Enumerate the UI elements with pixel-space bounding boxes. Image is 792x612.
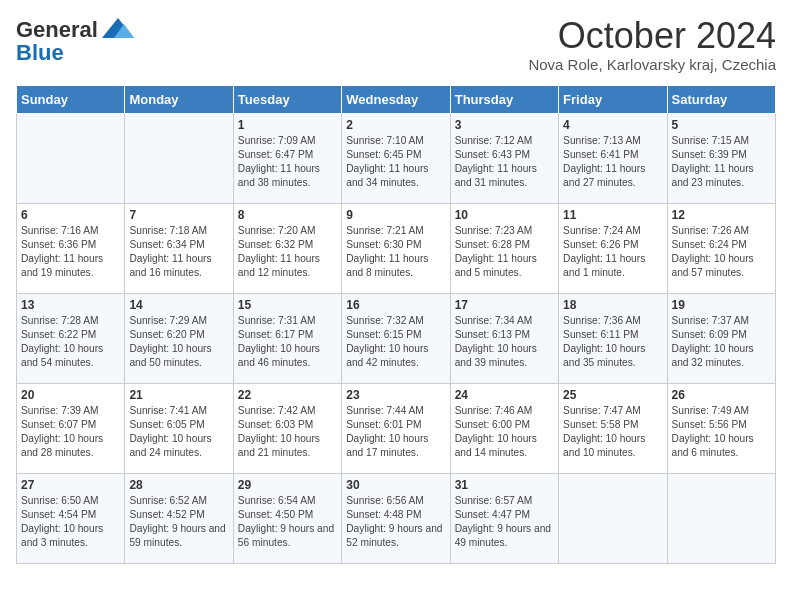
calendar-cell: 22Sunrise: 7:42 AM Sunset: 6:03 PM Dayli…: [233, 383, 341, 473]
calendar-cell: [17, 113, 125, 203]
calendar-cell: 18Sunrise: 7:36 AM Sunset: 6:11 PM Dayli…: [559, 293, 667, 383]
cell-content: Sunrise: 7:09 AM Sunset: 6:47 PM Dayligh…: [238, 134, 337, 191]
day-number: 26: [672, 388, 771, 402]
day-number: 23: [346, 388, 445, 402]
cell-content: Sunrise: 7:44 AM Sunset: 6:01 PM Dayligh…: [346, 404, 445, 461]
calendar-cell: 15Sunrise: 7:31 AM Sunset: 6:17 PM Dayli…: [233, 293, 341, 383]
cell-content: Sunrise: 7:21 AM Sunset: 6:30 PM Dayligh…: [346, 224, 445, 281]
weekday-header-saturday: Saturday: [667, 85, 775, 113]
cell-content: Sunrise: 7:34 AM Sunset: 6:13 PM Dayligh…: [455, 314, 554, 371]
day-number: 25: [563, 388, 662, 402]
calendar-cell: 6Sunrise: 7:16 AM Sunset: 6:36 PM Daylig…: [17, 203, 125, 293]
calendar-cell: 25Sunrise: 7:47 AM Sunset: 5:58 PM Dayli…: [559, 383, 667, 473]
calendar-cell: 1Sunrise: 7:09 AM Sunset: 6:47 PM Daylig…: [233, 113, 341, 203]
cell-content: Sunrise: 7:24 AM Sunset: 6:26 PM Dayligh…: [563, 224, 662, 281]
logo-blue-text: Blue: [16, 40, 64, 66]
day-number: 14: [129, 298, 228, 312]
day-number: 24: [455, 388, 554, 402]
cell-content: Sunrise: 7:47 AM Sunset: 5:58 PM Dayligh…: [563, 404, 662, 461]
cell-content: Sunrise: 7:28 AM Sunset: 6:22 PM Dayligh…: [21, 314, 120, 371]
calendar-table: SundayMondayTuesdayWednesdayThursdayFrid…: [16, 85, 776, 564]
cell-content: Sunrise: 7:12 AM Sunset: 6:43 PM Dayligh…: [455, 134, 554, 191]
calendar-cell: [667, 473, 775, 563]
calendar-cell: 13Sunrise: 7:28 AM Sunset: 6:22 PM Dayli…: [17, 293, 125, 383]
calendar-cell: 19Sunrise: 7:37 AM Sunset: 6:09 PM Dayli…: [667, 293, 775, 383]
cell-content: Sunrise: 7:15 AM Sunset: 6:39 PM Dayligh…: [672, 134, 771, 191]
cell-content: Sunrise: 7:39 AM Sunset: 6:07 PM Dayligh…: [21, 404, 120, 461]
day-number: 1: [238, 118, 337, 132]
calendar-cell: 8Sunrise: 7:20 AM Sunset: 6:32 PM Daylig…: [233, 203, 341, 293]
cell-content: Sunrise: 6:54 AM Sunset: 4:50 PM Dayligh…: [238, 494, 337, 551]
calendar-cell: 27Sunrise: 6:50 AM Sunset: 4:54 PM Dayli…: [17, 473, 125, 563]
logo-icon: [100, 16, 136, 44]
cell-content: Sunrise: 7:32 AM Sunset: 6:15 PM Dayligh…: [346, 314, 445, 371]
cell-content: Sunrise: 7:41 AM Sunset: 6:05 PM Dayligh…: [129, 404, 228, 461]
day-number: 19: [672, 298, 771, 312]
day-number: 31: [455, 478, 554, 492]
cell-content: Sunrise: 7:10 AM Sunset: 6:45 PM Dayligh…: [346, 134, 445, 191]
cell-content: Sunrise: 6:56 AM Sunset: 4:48 PM Dayligh…: [346, 494, 445, 551]
calendar-cell: [559, 473, 667, 563]
cell-content: Sunrise: 7:37 AM Sunset: 6:09 PM Dayligh…: [672, 314, 771, 371]
day-number: 13: [21, 298, 120, 312]
day-number: 7: [129, 208, 228, 222]
day-number: 29: [238, 478, 337, 492]
calendar-cell: 5Sunrise: 7:15 AM Sunset: 6:39 PM Daylig…: [667, 113, 775, 203]
day-number: 21: [129, 388, 228, 402]
day-number: 2: [346, 118, 445, 132]
weekday-header-friday: Friday: [559, 85, 667, 113]
day-number: 9: [346, 208, 445, 222]
cell-content: Sunrise: 7:46 AM Sunset: 6:00 PM Dayligh…: [455, 404, 554, 461]
day-number: 5: [672, 118, 771, 132]
location-subtitle: Nova Role, Karlovarsky kraj, Czechia: [528, 56, 776, 73]
calendar-cell: 12Sunrise: 7:26 AM Sunset: 6:24 PM Dayli…: [667, 203, 775, 293]
calendar-cell: 4Sunrise: 7:13 AM Sunset: 6:41 PM Daylig…: [559, 113, 667, 203]
calendar-cell: 31Sunrise: 6:57 AM Sunset: 4:47 PM Dayli…: [450, 473, 558, 563]
weekday-header-wednesday: Wednesday: [342, 85, 450, 113]
calendar-cell: 16Sunrise: 7:32 AM Sunset: 6:15 PM Dayli…: [342, 293, 450, 383]
calendar-week-row: 20Sunrise: 7:39 AM Sunset: 6:07 PM Dayli…: [17, 383, 776, 473]
calendar-cell: 7Sunrise: 7:18 AM Sunset: 6:34 PM Daylig…: [125, 203, 233, 293]
day-number: 10: [455, 208, 554, 222]
cell-content: Sunrise: 7:26 AM Sunset: 6:24 PM Dayligh…: [672, 224, 771, 281]
weekday-header-thursday: Thursday: [450, 85, 558, 113]
day-number: 22: [238, 388, 337, 402]
calendar-cell: 26Sunrise: 7:49 AM Sunset: 5:56 PM Dayli…: [667, 383, 775, 473]
cell-content: Sunrise: 6:50 AM Sunset: 4:54 PM Dayligh…: [21, 494, 120, 551]
cell-content: Sunrise: 7:16 AM Sunset: 6:36 PM Dayligh…: [21, 224, 120, 281]
cell-content: Sunrise: 7:42 AM Sunset: 6:03 PM Dayligh…: [238, 404, 337, 461]
cell-content: Sunrise: 7:18 AM Sunset: 6:34 PM Dayligh…: [129, 224, 228, 281]
calendar-cell: 28Sunrise: 6:52 AM Sunset: 4:52 PM Dayli…: [125, 473, 233, 563]
day-number: 3: [455, 118, 554, 132]
weekday-header-row: SundayMondayTuesdayWednesdayThursdayFrid…: [17, 85, 776, 113]
day-number: 18: [563, 298, 662, 312]
calendar-week-row: 6Sunrise: 7:16 AM Sunset: 6:36 PM Daylig…: [17, 203, 776, 293]
calendar-cell: 3Sunrise: 7:12 AM Sunset: 6:43 PM Daylig…: [450, 113, 558, 203]
cell-content: Sunrise: 7:49 AM Sunset: 5:56 PM Dayligh…: [672, 404, 771, 461]
calendar-cell: 14Sunrise: 7:29 AM Sunset: 6:20 PM Dayli…: [125, 293, 233, 383]
calendar-cell: 2Sunrise: 7:10 AM Sunset: 6:45 PM Daylig…: [342, 113, 450, 203]
day-number: 11: [563, 208, 662, 222]
day-number: 4: [563, 118, 662, 132]
month-title: October 2024: [528, 16, 776, 56]
cell-content: Sunrise: 7:13 AM Sunset: 6:41 PM Dayligh…: [563, 134, 662, 191]
title-area: October 2024 Nova Role, Karlovarsky kraj…: [528, 16, 776, 73]
calendar-cell: 30Sunrise: 6:56 AM Sunset: 4:48 PM Dayli…: [342, 473, 450, 563]
cell-content: Sunrise: 6:57 AM Sunset: 4:47 PM Dayligh…: [455, 494, 554, 551]
day-number: 27: [21, 478, 120, 492]
weekday-header-sunday: Sunday: [17, 85, 125, 113]
cell-content: Sunrise: 6:52 AM Sunset: 4:52 PM Dayligh…: [129, 494, 228, 551]
calendar-cell: 11Sunrise: 7:24 AM Sunset: 6:26 PM Dayli…: [559, 203, 667, 293]
day-number: 16: [346, 298, 445, 312]
cell-content: Sunrise: 7:31 AM Sunset: 6:17 PM Dayligh…: [238, 314, 337, 371]
calendar-cell: 20Sunrise: 7:39 AM Sunset: 6:07 PM Dayli…: [17, 383, 125, 473]
header: General Blue October 2024 Nova Role, Kar…: [16, 16, 776, 73]
weekday-header-monday: Monday: [125, 85, 233, 113]
calendar-cell: 17Sunrise: 7:34 AM Sunset: 6:13 PM Dayli…: [450, 293, 558, 383]
calendar-cell: 29Sunrise: 6:54 AM Sunset: 4:50 PM Dayli…: [233, 473, 341, 563]
cell-content: Sunrise: 7:29 AM Sunset: 6:20 PM Dayligh…: [129, 314, 228, 371]
calendar-week-row: 13Sunrise: 7:28 AM Sunset: 6:22 PM Dayli…: [17, 293, 776, 383]
day-number: 28: [129, 478, 228, 492]
calendar-cell: 23Sunrise: 7:44 AM Sunset: 6:01 PM Dayli…: [342, 383, 450, 473]
calendar-week-row: 27Sunrise: 6:50 AM Sunset: 4:54 PM Dayli…: [17, 473, 776, 563]
